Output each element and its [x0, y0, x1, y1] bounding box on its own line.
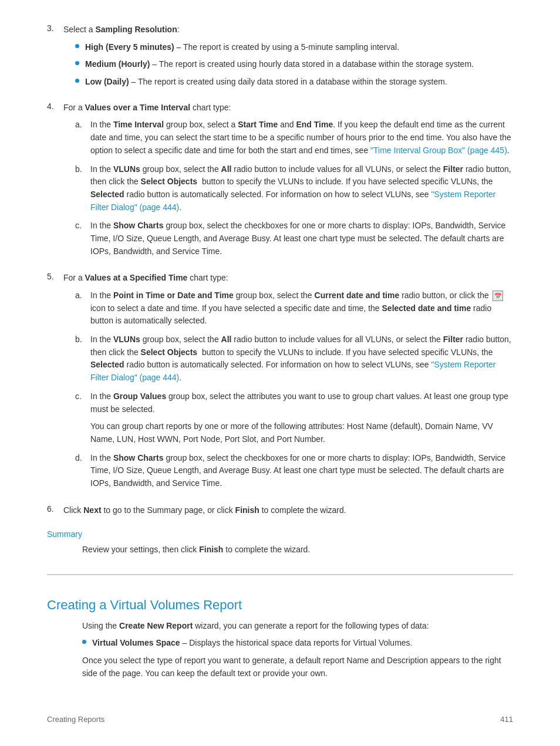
item-number-3: 3.	[47, 23, 59, 93]
letter-5a: a.	[75, 289, 86, 328]
item-4-label: For a Values over a Time Interval chart …	[63, 102, 513, 114]
item-5b-content: In the VLUNs group box, select the All r…	[90, 333, 513, 384]
calendar-icon: 📅	[492, 291, 503, 301]
footer-right: 411	[500, 715, 513, 724]
footer-left: Creating Reports	[47, 715, 104, 724]
values-specified-time-bold: Values at a Specified Time	[85, 273, 188, 282]
item-5-label: For a Values at a Specified Time chart t…	[63, 272, 513, 285]
main-list: 3. Select a Sampling Resolution: High (E…	[47, 23, 513, 517]
item-5a-content: In the Point in Time or Date and Time gr…	[90, 289, 513, 328]
summary-title: Summary	[47, 528, 513, 541]
sampling-resolution-bold: Sampling Resolution	[95, 25, 177, 34]
letter-5c: c.	[75, 390, 86, 446]
letter-5b: b.	[75, 333, 86, 384]
chapter-bullets: Virtual Volumes Space – Displays the his…	[82, 637, 513, 650]
item-4b-content: In the VLUNs group box, select the All r…	[90, 163, 513, 214]
chapter-body: Using the Create New Report wizard, you …	[82, 620, 513, 680]
page-footer: Creating Reports 411	[47, 715, 513, 724]
page-content: 3. Select a Sampling Resolution: High (E…	[0, 0, 560, 746]
bullet-low: Low (Daily) – The report is created usin…	[75, 76, 513, 89]
letter-4c: c.	[75, 220, 86, 258]
item-5d: d. In the Show Charts group box, select …	[75, 452, 513, 490]
bullet-dot-low	[75, 79, 79, 83]
item-3-content: Select a Sampling Resolution: High (Ever…	[63, 23, 513, 93]
item-5b: b. In the VLUNs group box, select the Al…	[75, 333, 513, 384]
bullet-dot-high	[75, 44, 79, 48]
values-over-time-bold: Values over a Time Interval	[85, 103, 191, 112]
item-4c-content: In the Show Charts group box, select the…	[90, 220, 513, 258]
letter-4b: b.	[75, 163, 86, 214]
system-reporter-link-5b[interactable]: "System Reporter Filter Dialog" (page 44…	[90, 360, 496, 382]
chapter-intro: Using the Create New Report wizard, you …	[82, 620, 513, 633]
item-number-6: 6.	[47, 504, 59, 517]
item-5c-continuation: You can group chart reports by one or mo…	[90, 420, 513, 445]
summary-text: Review your settings, then click Finish …	[82, 544, 513, 556]
list-item-6: 6. Click Next to go to the Summary page,…	[47, 504, 513, 517]
system-reporter-link-4b[interactable]: "System Reporter Filter Dialog" (page 44…	[90, 190, 496, 212]
item-4b: b. In the VLUNs group box, select the Al…	[75, 163, 513, 214]
list-item-4: 4. For a Values over a Time Interval cha…	[47, 102, 513, 264]
bullet-low-text: Low (Daily) – The report is created usin…	[85, 76, 447, 89]
bullet-dot-vv	[82, 640, 86, 644]
letter-5d: d.	[75, 452, 86, 490]
item-number-4: 4.	[47, 102, 59, 264]
bullet-high-text: High (Every 5 minutes) – The report is c…	[85, 41, 399, 54]
time-interval-link[interactable]: "Time Interval Group Box" (page 445)	[370, 146, 507, 155]
summary-section: Summary Review your settings, then click…	[47, 528, 513, 556]
item-number-5: 5.	[47, 272, 59, 495]
list-item-3: 3. Select a Sampling Resolution: High (E…	[47, 23, 513, 93]
item-5-content: For a Values at a Specified Time chart t…	[63, 272, 513, 495]
item-4-content: For a Values over a Time Interval chart …	[63, 102, 513, 264]
list-item-5: 5. For a Values at a Specified Time char…	[47, 272, 513, 495]
item-5c-text: In the Group Values group box, select th…	[90, 390, 513, 416]
letter-4a: a.	[75, 119, 86, 157]
item-4a-content: In the Time Interval group box, select a…	[90, 119, 513, 157]
item-4-letters: a. In the Time Interval group box, selec…	[75, 119, 513, 258]
chapter-section: Creating a Virtual Volumes Report Using …	[47, 574, 513, 680]
bullet-medium-text: Medium (Hourly) – The report is created …	[85, 58, 474, 71]
item-5c: c. In the Group Values group box, select…	[75, 390, 513, 446]
item-5-letters: a. In the Point in Time or Date and Time…	[75, 289, 513, 490]
item-5a: a. In the Point in Time or Date and Time…	[75, 289, 513, 328]
bullet-dot-medium	[75, 61, 79, 65]
chapter-continuation: Once you select the type of report you w…	[82, 654, 513, 680]
item-5d-content: In the Show Charts group box, select the…	[90, 452, 513, 490]
chapter-bullet-vv: Virtual Volumes Space – Displays the his…	[82, 637, 513, 650]
item-3-label: Select a Sampling Resolution:	[63, 23, 513, 36]
item-4c: c. In the Show Charts group box, select …	[75, 220, 513, 258]
item-6-text: Click Next to go to the Summary page, or…	[63, 504, 513, 517]
item-5c-content: In the Group Values group box, select th…	[90, 390, 513, 446]
sampling-resolution-bullets: High (Every 5 minutes) – The report is c…	[75, 41, 513, 89]
item-6-content: Click Next to go to the Summary page, or…	[63, 504, 513, 517]
item-4a: a. In the Time Interval group box, selec…	[75, 119, 513, 157]
bullet-high: High (Every 5 minutes) – The report is c…	[75, 41, 513, 54]
chapter-bullet-vv-text: Virtual Volumes Space – Displays the his…	[92, 637, 412, 650]
bullet-medium: Medium (Hourly) – The report is created …	[75, 58, 513, 71]
summary-body: Review your settings, then click Finish …	[82, 544, 513, 556]
chapter-title: Creating a Virtual Volumes Report	[47, 598, 513, 613]
